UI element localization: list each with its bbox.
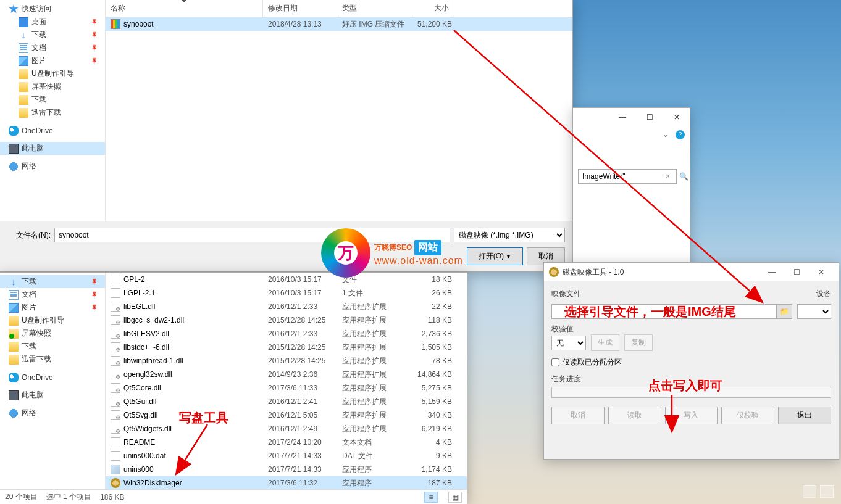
write-button[interactable]: 写入 — [665, 407, 718, 424]
file-row[interactable]: Qt5Core.dll2017/3/6 11:33应用程序扩展5,275 KB — [106, 381, 467, 395]
cancel-button[interactable]: 取消 — [551, 407, 605, 424]
tray-icon[interactable] — [803, 485, 816, 498]
sidebar-item-label: U盘制作引导 — [31, 68, 74, 79]
read-button[interactable]: 读取 — [608, 407, 661, 424]
file-row[interactable]: libstdc++-6.dll2015/12/28 14:25应用程序扩展1,5… — [106, 341, 467, 354]
file-row[interactable]: GPL-22016/10/3 15:17文件18 KB — [106, 273, 467, 286]
sidebar-item[interactable]: 屏幕快照 — [0, 327, 105, 340]
sidebar-item[interactable]: 图片 — [0, 54, 105, 67]
file-row[interactable]: Win32DiskImager2017/3/6 11:32应用程序187 KB — [106, 476, 467, 490]
minimize-icon[interactable]: — — [759, 268, 784, 276]
file-date: 2016/12/1 2:41 — [263, 397, 337, 406]
copy-button[interactable]: 复制 — [624, 334, 653, 351]
minimize-icon[interactable]: — — [613, 113, 632, 122]
file-row[interactable]: Qt5Gui.dll2016/12/1 2:41应用程序扩展5,159 KB — [106, 395, 467, 408]
file-type: 应用程序扩展 — [337, 383, 411, 394]
star-icon — [9, 4, 19, 14]
sidebar-item[interactable]: 图片 — [0, 301, 105, 314]
sidebar-item[interactable]: U盘制作引导 — [0, 67, 105, 80]
file-row[interactable]: libgcc_s_dw2-1.dll2015/12/28 14:25应用程序扩展… — [106, 313, 467, 327]
open-button[interactable]: 打开(O)▼ — [467, 247, 523, 265]
sidebar-item[interactable]: 此电脑 — [0, 142, 105, 155]
col-date[interactable]: 修改日期 — [263, 0, 337, 17]
window-title: 磁盘映像工具 - 1.0 — [563, 267, 759, 278]
tray-icon[interactable] — [820, 485, 834, 498]
search-icon[interactable]: 🔍 — [679, 172, 688, 181]
exit-button[interactable]: 退出 — [778, 407, 831, 424]
sidebar-item[interactable]: OneDrive — [0, 124, 105, 137]
file-type: 应用程序扩展 — [337, 315, 411, 326]
sidebar-item[interactable]: 此电脑 — [0, 389, 105, 402]
file-row[interactable]: unins0002017/7/21 14:33应用程序1,174 KB — [106, 463, 467, 476]
sidebar-item[interactable]: 屏幕快照 — [0, 80, 105, 93]
close-icon[interactable]: ✕ — [667, 113, 686, 122]
verify-button[interactable]: 仅校验 — [721, 407, 774, 424]
file-row[interactable]: Qt5Widgets.dll2016/12/1 2:49应用程序扩展6,219 … — [106, 422, 467, 436]
hash-select[interactable]: 无 — [551, 336, 586, 350]
col-name[interactable]: 名称 — [106, 0, 263, 17]
file-date: 2017/3/6 11:32 — [263, 479, 337, 487]
chevron-down-icon[interactable]: ⌄ — [663, 130, 669, 139]
view-details-button[interactable]: ≡ — [424, 492, 438, 503]
file-type: 应用程序扩展 — [337, 397, 411, 407]
generate-button[interactable]: 生成 — [591, 334, 619, 351]
device-select[interactable] — [797, 304, 831, 319]
explorer-window-right: — ☐ ✕ ⌄ ? × 🔍 — [572, 107, 690, 271]
filetype-filter[interactable]: 磁盘映像 (*.img *.IMG) — [454, 228, 565, 242]
file-row[interactable]: opengl32sw.dll2014/9/23 2:36应用程序扩展14,864… — [106, 368, 467, 381]
file-row[interactable]: Qt5Svg.dll2016/12/1 5:05应用程序扩展340 KB — [106, 408, 467, 422]
search-input[interactable] — [578, 169, 677, 184]
file-row[interactable]: libEGL.dll2016/12/1 2:33应用程序扩展22 KB — [106, 300, 467, 313]
file-list-bottom: GPL-22016/10/3 15:17文件18 KBLGPL-2.12016/… — [105, 273, 467, 504]
maximize-icon[interactable]: ☐ — [640, 113, 659, 122]
sidebar-item[interactable]: 网络 — [0, 407, 105, 419]
file-type: 文件 — [337, 275, 411, 285]
file-row[interactable]: unins000.dat2017/7/21 14:33DAT 文件9 KB — [106, 449, 467, 463]
col-size[interactable]: 大小 — [411, 0, 454, 17]
file-icon — [111, 410, 120, 420]
file-icon — [111, 383, 120, 393]
file-date: 2018/4/28 13:13 — [263, 20, 337, 28]
file-row[interactable]: libGLESV2.dll2016/12/1 2:33应用程序扩展2,736 K… — [106, 327, 467, 341]
status-size: 186 KB — [100, 493, 124, 502]
sidebar-item[interactable]: 下载 — [0, 340, 105, 353]
sidebar-item[interactable]: 迅雷下载 — [0, 353, 105, 366]
file-icon — [111, 397, 120, 407]
sidebar-item[interactable]: U盘制作引导 — [0, 314, 105, 327]
annotation-tool: 写盘工具 — [179, 410, 228, 426]
help-icon[interactable]: ? — [676, 130, 685, 139]
file-row[interactable]: LGPL-2.12016/10/3 15:171 文件26 KB — [106, 286, 467, 300]
file-size: 51,200 KB — [411, 20, 454, 28]
sidebar-item-label: 网络 — [22, 161, 36, 171]
file-row[interactable]: libwinpthread-1.dll2015/12/28 14:25应用程序扩… — [106, 354, 467, 368]
filename-label: 文件名(N): — [7, 230, 51, 241]
sidebar-item[interactable]: 下载 — [0, 93, 105, 106]
file-row[interactable]: synoboot2018/4/28 13:13好压 IMG 压缩文件51,200… — [106, 17, 572, 31]
file-date: 2016/12/1 2:49 — [263, 424, 337, 433]
file-open-dialog: 快速访问桌面↓下载文档图片U盘制作引导屏幕快照下载迅雷下载OneDrive此电脑… — [0, 0, 573, 272]
sidebar-item[interactable]: 桌面 — [0, 15, 105, 28]
sidebar-item[interactable]: 快速访问 — [0, 2, 105, 15]
status-item-count: 20 个项目 — [5, 492, 38, 502]
browse-button[interactable]: 📁 — [776, 304, 792, 319]
close-icon[interactable]: ✕ — [809, 268, 834, 276]
sidebar-item[interactable]: 文档 — [0, 41, 105, 54]
file-row[interactable]: README2017/2/24 10:20文本文档4 KB — [106, 436, 467, 449]
column-headers[interactable]: 名称 修改日期 类型 大小 — [106, 0, 572, 17]
sidebar-item[interactable]: 文档 — [0, 288, 105, 301]
sidebar-item[interactable]: ↓下载 — [0, 275, 105, 288]
col-type[interactable]: 类型 — [337, 0, 411, 17]
read-only-checkbox[interactable] — [551, 358, 559, 366]
sidebar-item[interactable]: 网络 — [0, 160, 105, 173]
filename-input[interactable] — [54, 228, 450, 242]
maximize-icon[interactable]: ☐ — [784, 268, 809, 276]
read-only-label: 仅读取已分配分区 — [563, 357, 622, 368]
file-name: libGLESV2.dll — [123, 329, 169, 338]
sidebar-item[interactable]: OneDrive — [0, 371, 105, 384]
view-icons-button[interactable]: ▦ — [448, 492, 462, 503]
sidebar-item[interactable]: 迅雷下载 — [0, 106, 105, 119]
file-size: 340 KB — [411, 411, 454, 419]
search-clear-icon[interactable]: × — [666, 172, 670, 181]
sidebar-item-label: OneDrive — [22, 126, 53, 135]
sidebar-item[interactable]: ↓下载 — [0, 28, 105, 41]
